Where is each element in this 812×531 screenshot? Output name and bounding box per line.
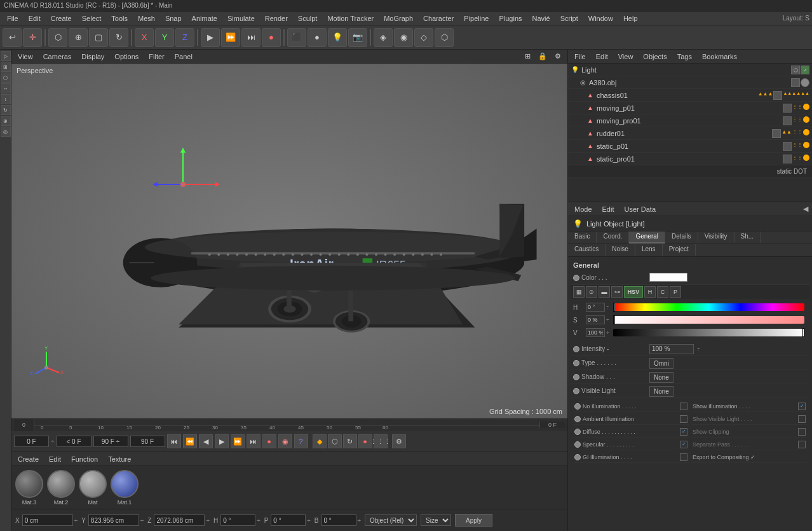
prop-menu-edit[interactable]: Edit [600,204,617,214]
menu-sculpt[interactable]: Sculpt [294,13,322,24]
pos-z-input[interactable] [154,514,205,526]
tool-y[interactable]: Y [155,28,174,47]
intensity-input[interactable] [649,344,694,354]
om-menu-view[interactable]: View [616,52,636,62]
show-illum-check[interactable] [798,403,806,410]
vp-icon-lock[interactable]: 🔒 [536,51,550,62]
tl-help[interactable]: ? [294,434,308,448]
menu-character[interactable]: Character [419,13,458,24]
tool-x[interactable]: X [135,28,154,47]
tool-cube[interactable]: ⬛ [287,28,306,47]
apply-button[interactable]: Apply [455,514,492,527]
prop-menu-userdata[interactable]: User Data [622,204,659,214]
tool-select[interactable]: ⬡ [48,28,67,47]
menu-pipeline[interactable]: Pipeline [459,13,493,24]
ct-btn-copy[interactable]: C [657,286,668,298]
left-tool-3[interactable]: ⬡ [1,72,11,83]
menu-mograph[interactable]: MoGraph [379,13,417,24]
mat-item-mat2[interactable]: Mat.2 [47,470,75,506]
tab-sh[interactable]: Sh... [734,231,761,244]
obj-row-light[interactable]: 💡 Light ⬡ ✓ [568,64,812,76]
obj-row-static-pro01[interactable]: ▲ static_pro01 ⋮⋮ [568,153,812,165]
specular-check[interactable] [680,441,687,448]
frame-end-input[interactable] [93,436,128,447]
rot-b-arrow[interactable]: ÷ [358,517,362,524]
tool-play1[interactable]: ▶ [201,28,220,47]
om-menu-objects[interactable]: Objects [640,52,669,62]
mat-menu-create[interactable]: Create [15,454,41,464]
hsv-v-input[interactable] [586,328,605,337]
tl-record2[interactable]: ◉ [278,434,292,448]
obj-row-a380[interactable]: ◎ A380.obj [568,76,812,89]
tl-next-frame[interactable]: ⏩ [231,434,245,448]
rot-h-input[interactable] [220,514,255,526]
left-tool-7[interactable]: ⊕ [1,116,11,126]
frame-total-input[interactable] [130,436,165,447]
object-rel-select[interactable]: Object (Rel) [365,514,417,526]
tool-play3[interactable]: ⏭ [241,28,261,47]
mat-item-mat3[interactable]: Mat.3 [15,470,43,506]
color-swatch[interactable] [649,273,687,282]
tab-details[interactable]: Details [665,231,698,244]
om-menu-tags[interactable]: Tags [675,52,694,62]
tl-prev-frame[interactable]: ⏪ [183,434,197,448]
left-tool-1[interactable]: ▷ [1,51,11,61]
prop-collapse-btn[interactable]: ◀ [803,205,808,213]
menu-snap[interactable]: Snap [161,13,186,24]
viewport[interactable]: Perspective [11,64,567,418]
frame-start-input[interactable] [57,436,91,447]
ct-btn-wheel[interactable]: ⊙ [586,286,597,298]
left-tool-6[interactable]: ↻ [1,105,11,115]
tl-settings[interactable]: ⚙ [392,434,406,448]
tl-key3[interactable]: ↻ [343,434,357,448]
pos-z-arrow[interactable]: ÷ [206,517,210,524]
tool-mat4[interactable]: ⬡ [435,28,454,47]
tool-mat1[interactable]: ◈ [374,28,393,47]
tl-record[interactable]: ● [262,434,276,448]
ct-btn-gradient[interactable]: ▦ [573,286,585,298]
obj-row-moving-pro01[interactable]: ▲ moving_pro01 ⋮⋮ [568,114,812,127]
left-tool-8[interactable]: ◎ [1,127,11,137]
tab-coord[interactable]: Coord. [597,231,629,244]
ct-btn-paste[interactable]: P [670,286,681,298]
show-visible-check[interactable] [798,415,806,423]
menu-select[interactable]: Select [78,13,106,24]
shadow-dropdown[interactable]: None [649,372,673,383]
om-menu-edit[interactable]: Edit [593,52,611,62]
obj-row-static-p01[interactable]: ▲ static_p01 ⋮⋮ [568,140,812,153]
menu-plugins[interactable]: Plugins [494,13,526,24]
vp-menu-view[interactable]: View [15,52,36,62]
vp-menu-options[interactable]: Options [112,52,141,62]
tl-play-reverse[interactable]: ◀ [199,434,213,448]
no-illum-check[interactable] [680,403,687,410]
om-menu-file[interactable]: File [572,52,588,62]
tab-project[interactable]: Project [663,244,696,256]
obj-row-chassis[interactable]: ▲ chassis01 ▲▲▲ ▲▲▲▲▲▲ [568,89,812,102]
tab-general[interactable]: General [629,231,665,244]
tool-box[interactable]: ▢ [89,28,108,47]
menu-animate[interactable]: Animate [187,13,222,24]
vp-menu-cameras[interactable]: Cameras [41,52,74,62]
obj-row-moving-p01[interactable]: ▲ moving_p01 ⋮⋮ [568,102,812,114]
pos-x-arrow[interactable]: ÷ [74,517,78,524]
vp-menu-display[interactable]: Display [79,52,107,62]
tool-mat2[interactable]: ◉ [394,28,413,47]
ct-btn-hex[interactable]: H [644,286,656,298]
tab-visibility[interactable]: Visibility [698,231,734,244]
tab-basic[interactable]: Basic [568,231,597,244]
tool-add[interactable]: ⊕ [69,28,88,47]
pos-y-input[interactable] [88,514,139,526]
menu-edit[interactable]: Edit [24,13,45,24]
ambient-check[interactable] [680,415,687,423]
vp-menu-panel[interactable]: Panel [172,52,195,62]
tl-last-frame[interactable]: ⏭ [247,434,261,448]
pos-x-input[interactable] [22,514,73,526]
separate-pass-check[interactable] [798,441,806,448]
vp-icon-settings[interactable]: ⚙ [552,51,564,62]
menu-file[interactable]: File [3,13,23,24]
tool-light[interactable]: 💡 [328,28,347,47]
type-dropdown[interactable]: Omni [649,358,673,369]
ct-btn-hsv[interactable]: HSV [624,286,643,298]
tl-key1[interactable]: ◆ [313,434,327,448]
hsv-v-slider[interactable] [613,329,804,336]
